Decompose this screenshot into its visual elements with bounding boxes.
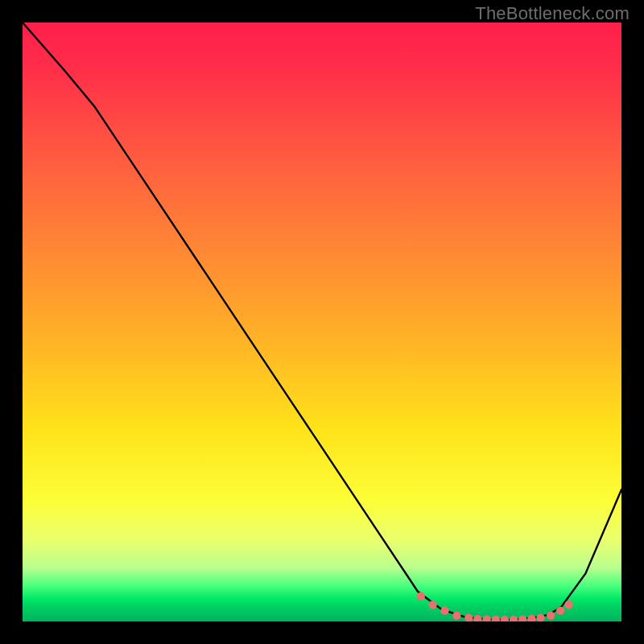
marker-dot xyxy=(564,601,572,609)
marker-dot xyxy=(452,611,460,619)
marker-dot xyxy=(417,592,425,601)
marker-dot xyxy=(428,601,436,609)
marker-dot xyxy=(482,615,490,621)
marker-dot xyxy=(440,606,448,614)
chart-frame: TheBottleneck.com xyxy=(0,0,644,644)
marker-group xyxy=(417,592,573,621)
bottleneck-curve-path xyxy=(23,23,621,620)
marker-dot xyxy=(473,615,481,621)
marker-dot xyxy=(492,616,500,621)
marker-dot xyxy=(518,615,526,621)
marker-dot xyxy=(547,611,555,619)
bottleneck-curve-svg xyxy=(23,23,621,621)
marker-dot xyxy=(510,616,518,621)
marker-dot xyxy=(527,615,535,622)
marker-dot xyxy=(464,613,473,621)
watermark-text: TheBottleneck.com xyxy=(475,3,630,24)
marker-dot xyxy=(556,606,564,614)
marker-dot xyxy=(501,616,509,621)
